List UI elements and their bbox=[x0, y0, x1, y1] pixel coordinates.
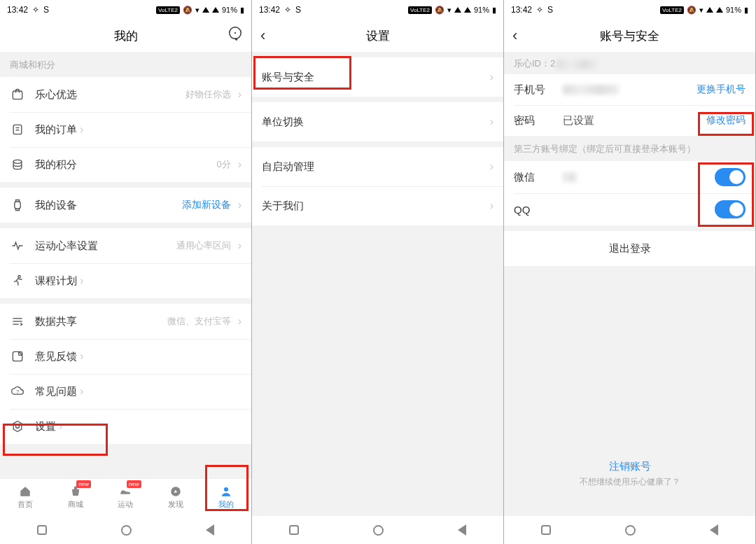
thirdparty-label: 第三方账号绑定（绑定后可直接登录本账号） bbox=[504, 136, 755, 161]
item-points[interactable]: 我的积分 0分 › bbox=[0, 147, 251, 182]
svg-marker-14 bbox=[13, 421, 22, 432]
tab-sport[interactable]: new 运动 bbox=[101, 479, 151, 516]
item-feedback[interactable]: 意见反馈 › bbox=[0, 339, 251, 374]
value: 0分 bbox=[216, 158, 234, 171]
change-password-link[interactable]: 修改密码 bbox=[706, 114, 746, 127]
label: 自启动管理 bbox=[262, 160, 314, 174]
page-title: 我的 bbox=[114, 28, 138, 44]
label: 账号与安全 bbox=[262, 71, 314, 84]
row-phone[interactable]: 手机号 更换手机号 bbox=[504, 74, 755, 105]
new-badge: new bbox=[76, 480, 91, 488]
back-icon[interactable]: ‹ bbox=[512, 27, 517, 45]
status-time: 13:42 bbox=[7, 5, 28, 15]
signal-icon-1 bbox=[202, 7, 209, 13]
item-settings[interactable]: 设置 › bbox=[0, 409, 251, 444]
item-autostart[interactable]: 自启动管理 › bbox=[252, 147, 503, 186]
nav-back[interactable] bbox=[206, 524, 214, 536]
item-youxuan[interactable]: 乐心优选 好物任你选 › bbox=[0, 77, 251, 112]
nav-home[interactable] bbox=[373, 525, 384, 536]
header: ‹ 设置 bbox=[252, 20, 503, 52]
header: ‹ 账号与安全 bbox=[504, 20, 755, 52]
signal-icon-2 bbox=[716, 7, 723, 13]
status-app-icon-1: ✧ bbox=[284, 5, 291, 15]
chevron-right-icon: › bbox=[238, 199, 241, 211]
run-icon bbox=[10, 273, 25, 288]
tab-home[interactable]: 首页 bbox=[0, 479, 50, 516]
chevron-right-icon: › bbox=[490, 200, 493, 212]
chevron-right-icon: › bbox=[490, 116, 493, 128]
wifi-icon: ▾ bbox=[195, 6, 200, 15]
nav-home[interactable] bbox=[121, 525, 132, 536]
signal-icon-1 bbox=[706, 7, 713, 13]
label: 意见反馈 bbox=[35, 350, 77, 363]
heartrate-icon bbox=[10, 238, 25, 253]
nav-recent[interactable] bbox=[37, 525, 47, 535]
bag-icon bbox=[10, 87, 25, 102]
value: 好物任你选 bbox=[186, 88, 235, 101]
volte-badge: VoLTE2 bbox=[156, 6, 180, 14]
tab-discover[interactable]: 发现 bbox=[150, 479, 201, 516]
nav-recent[interactable] bbox=[541, 525, 551, 535]
volte-badge: VoLTE2 bbox=[660, 6, 684, 14]
item-share[interactable]: 数据共享 微信、支付宝等 › bbox=[0, 304, 251, 339]
nav-recent[interactable] bbox=[289, 525, 299, 535]
tab-mall[interactable]: new 商城 bbox=[50, 479, 101, 516]
message-icon[interactable] bbox=[227, 26, 243, 46]
svg-point-6 bbox=[13, 160, 22, 163]
status-bar: 13:42 ✧ S VoLTE2 🔕 ▾ 91% ▮ bbox=[0, 0, 251, 20]
svg-rect-12 bbox=[13, 351, 22, 361]
item-plan[interactable]: 课程计划 › bbox=[0, 263, 251, 298]
row-qq: QQ bbox=[504, 193, 755, 225]
person-icon bbox=[218, 485, 234, 498]
status-app-icon-1: ✧ bbox=[32, 5, 39, 15]
compass-icon bbox=[168, 485, 183, 498]
status-app-icon-1: ✧ bbox=[536, 5, 543, 15]
item-devices[interactable]: 我的设备 添加新设备 › bbox=[0, 188, 251, 223]
row-wechat: 微信 bbox=[504, 161, 755, 193]
screen-account-security: 13:42 ✧ S VoLTE2 🔕 ▾ 91% ▮ ‹ 账号与安全 乐心ID：… bbox=[504, 0, 756, 544]
logout-button[interactable]: 退出登录 bbox=[504, 231, 755, 266]
label: 我的积分 bbox=[35, 158, 77, 172]
wechat-value-masked bbox=[563, 172, 577, 182]
value: 通用心率区间 bbox=[176, 239, 235, 252]
status-time: 13:42 bbox=[259, 5, 280, 15]
toggle-qq[interactable] bbox=[715, 200, 746, 218]
tab-mine[interactable]: 我的 bbox=[201, 479, 251, 516]
item-account-security[interactable]: 账号与安全 › bbox=[252, 57, 503, 97]
item-heartrate[interactable]: 运动心率设置 通用心率区间 › bbox=[0, 228, 251, 263]
new-badge: new bbox=[127, 480, 141, 488]
toggle-wechat[interactable] bbox=[715, 168, 746, 186]
back-icon[interactable]: ‹ bbox=[260, 27, 265, 45]
item-orders[interactable]: 我的订单 › bbox=[0, 112, 251, 147]
battery-text: 91% bbox=[726, 6, 741, 14]
page-title: 账号与安全 bbox=[600, 28, 659, 44]
cloud-icon: ? bbox=[10, 384, 25, 399]
nav-back[interactable] bbox=[458, 524, 466, 536]
nav-home[interactable] bbox=[625, 525, 636, 536]
label: 关于我们 bbox=[262, 200, 304, 213]
label: 课程计划 bbox=[35, 274, 77, 288]
svg-point-1 bbox=[234, 32, 236, 34]
item-faq[interactable]: ? 常见问题 › bbox=[0, 374, 251, 409]
id-label: 乐心ID：2 bbox=[514, 58, 555, 69]
cancel-account-link[interactable]: 注销账号 bbox=[504, 460, 755, 473]
item-about[interactable]: 关于我们 › bbox=[252, 186, 503, 225]
orders-icon bbox=[10, 122, 25, 137]
screen-settings: 13:42 ✧ S VoLTE2 🔕 ▾ 91% ▮ ‹ 设置 账号与安全 › … bbox=[252, 0, 504, 544]
label: 乐心优选 bbox=[35, 88, 77, 102]
logout-label: 退出登录 bbox=[609, 242, 651, 256]
nav-back[interactable] bbox=[710, 524, 718, 536]
label: 数据共享 bbox=[35, 315, 77, 328]
svg-text:?: ? bbox=[16, 389, 19, 394]
svg-point-15 bbox=[16, 425, 20, 428]
battery-icon: ▮ bbox=[492, 6, 496, 15]
page-title: 设置 bbox=[366, 28, 390, 44]
gear-icon bbox=[10, 419, 25, 434]
coins-icon bbox=[10, 157, 25, 172]
battery-text: 91% bbox=[222, 6, 237, 14]
row-password[interactable]: 密码 已设置 修改密码 bbox=[504, 105, 755, 136]
chevron-right-icon: › bbox=[490, 71, 493, 83]
value: 微信、支付宝等 bbox=[167, 315, 235, 328]
item-unit[interactable]: 单位切换 › bbox=[252, 102, 503, 141]
change-phone-link[interactable]: 更换手机号 bbox=[696, 83, 746, 96]
